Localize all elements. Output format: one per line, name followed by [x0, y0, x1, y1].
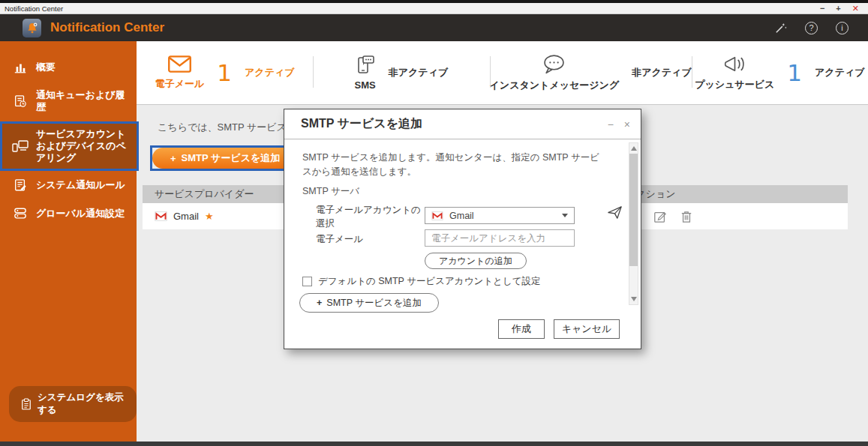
smtp-server-section-label: SMTP サーバ	[302, 185, 359, 198]
checkbox-unchecked[interactable]	[302, 277, 312, 286]
app-title: Notification Center	[50, 20, 164, 35]
clipboard-icon	[21, 398, 32, 410]
tab-email-status: アクティブ	[245, 66, 295, 79]
server-stack-icon	[12, 207, 29, 220]
provider-name: Gmail	[173, 211, 199, 222]
window-close-button[interactable]: ✕	[852, 4, 859, 13]
selected-account: Gmail	[449, 211, 474, 221]
envelope-icon	[168, 55, 191, 73]
tab-email-label: 電子メール	[155, 77, 205, 91]
add-smtp-dialog: SMTP サービスを追加 − × SMTP サービスを追加します。通知センターは…	[284, 109, 641, 349]
default-star-icon: ★	[205, 211, 214, 222]
window-title: Notification Center	[0, 4, 820, 13]
dialog-titlebar: SMTP サービスを追加 − ×	[284, 109, 641, 139]
sidebar-item-queue-history[interactable]: 通知キューおよび履歴	[0, 82, 137, 121]
tab-instant-messaging[interactable]: インスタントメッセージング 非アクティブ	[490, 41, 692, 104]
gmail-icon	[431, 211, 443, 220]
bottom-taskbar-strip	[0, 442, 868, 446]
email-field-label: 電子メール	[316, 232, 428, 246]
document-pencil-icon	[12, 178, 29, 192]
dialog-title: SMTP サービスを追加	[301, 116, 597, 132]
tab-instant-messaging-label: インスタントメッセージング	[490, 79, 620, 92]
notification-center-app-icon	[23, 19, 41, 37]
edit-icon[interactable]	[653, 210, 667, 223]
column-action: アクション	[626, 187, 848, 201]
send-test-icon[interactable]	[607, 205, 623, 223]
dialog-minimize-button[interactable]: −	[608, 118, 614, 130]
tab-push-service-status: アクティブ	[815, 66, 865, 79]
sidebar-item-global-settings[interactable]: グローバル通知設定	[0, 199, 137, 227]
history-document-icon	[12, 94, 29, 108]
cancel-button[interactable]: キャンセル	[554, 319, 620, 339]
devices-icon	[12, 139, 29, 153]
default-smtp-checkbox-row[interactable]: デフォルトの SMTP サービスアカウントとして設定	[302, 275, 540, 288]
chevron-down-icon	[562, 214, 568, 217]
sidebar-item-overview[interactable]: 概要	[0, 53, 137, 82]
info-icon[interactable]: i	[836, 22, 848, 34]
window-maximize-button[interactable]: +	[836, 4, 840, 13]
app-header: Notification Center ? i	[0, 14, 868, 41]
sidebar-item-service-account-pairing[interactable]: サービスアカウントおよびデバイスのペアリング	[0, 121, 139, 172]
tab-email[interactable]: 電子メール 1 アクティブ	[137, 41, 313, 104]
dialog-body: SMTP サービスを追加します。通知センターは、指定の SMTP サービスから通…	[284, 140, 641, 307]
scroll-down-icon[interactable]	[631, 297, 637, 301]
sidebar-item-system-rules[interactable]: システム通知ルール	[0, 171, 137, 199]
chart-icon	[12, 61, 29, 74]
sidebar-item-label: 通知キューおよび履歴	[36, 89, 131, 114]
chat-bubble-icon	[542, 54, 566, 74]
window-minimize-button[interactable]: −	[820, 4, 824, 13]
account-select-label: 電子メールアカウントの選択	[316, 203, 428, 230]
plus-icon: +	[317, 298, 322, 308]
sidebar-item-label: グローバル通知設定	[36, 208, 125, 220]
tab-push-service[interactable]: プッシュサービス 1 アクティブ	[692, 41, 868, 104]
dialog-description: SMTP サービスを追加します。通知センターは、指定の SMTP サービスから通…	[302, 151, 608, 180]
sidebar-item-label: システム通知ルール	[36, 179, 125, 191]
add-smtp-service-label: SMTP サービスを追加	[182, 151, 281, 165]
megaphone-icon	[723, 55, 746, 73]
tab-instant-messaging-status: 非アクティブ	[632, 66, 692, 79]
default-smtp-checkbox-label: デフォルトの SMTP サービスアカウントとして設定	[318, 275, 540, 288]
tab-push-service-label: プッシュサービス	[695, 78, 774, 91]
highlight-box: + SMTP サービスを追加	[150, 145, 300, 171]
dialog-close-button[interactable]: ×	[624, 118, 630, 130]
sidebar-item-label: サービスアカウントおよびデバイスのペアリング	[36, 128, 133, 165]
tab-sms[interactable]: SMS 非アクティブ	[313, 41, 489, 104]
plus-icon: +	[170, 153, 176, 164]
scrollbar-thumb[interactable]	[629, 154, 638, 266]
dialog-footer: 作成 キャンセル	[498, 319, 620, 339]
dialog-scrollbar[interactable]	[629, 142, 638, 305]
window-titlebar: Notification Center − + ✕	[0, 3, 868, 14]
show-system-log-button[interactable]: システムログを表示する	[9, 386, 137, 422]
email-address-input[interactable]	[425, 229, 575, 247]
tab-sms-status: 非アクティブ	[389, 66, 449, 79]
sidebar-item-label: 概要	[36, 61, 56, 73]
sms-phone-icon	[355, 55, 375, 75]
add-smtp-service-button-dialog[interactable]: + SMTP サービスを追加	[299, 293, 439, 313]
tab-sms-label: SMS	[355, 79, 376, 91]
add-smtp-service-button[interactable]: + SMTP サービスを追加	[152, 148, 298, 169]
wizard-icon[interactable]	[774, 22, 787, 34]
add-account-button[interactable]: アカウントの追加	[425, 253, 527, 269]
add-smtp-service-dialog-label: SMTP サービスを追加	[326, 297, 422, 310]
delete-icon[interactable]	[680, 210, 692, 223]
channel-tabstrip: 電子メール 1 アクティブ SMS	[137, 41, 868, 105]
sidebar: 概要 通知キューおよび履歴 サービスアカウントおよびデ	[0, 41, 137, 442]
tab-email-count: 1	[217, 61, 232, 85]
help-icon[interactable]: ?	[805, 22, 818, 34]
tab-push-service-count: 1	[787, 61, 802, 85]
create-button[interactable]: 作成	[498, 319, 545, 339]
show-system-log-label: システムログを表示する	[38, 391, 125, 417]
scroll-up-icon[interactable]	[631, 146, 637, 151]
email-account-select[interactable]: Gmail	[425, 207, 575, 224]
gmail-icon	[155, 211, 167, 221]
